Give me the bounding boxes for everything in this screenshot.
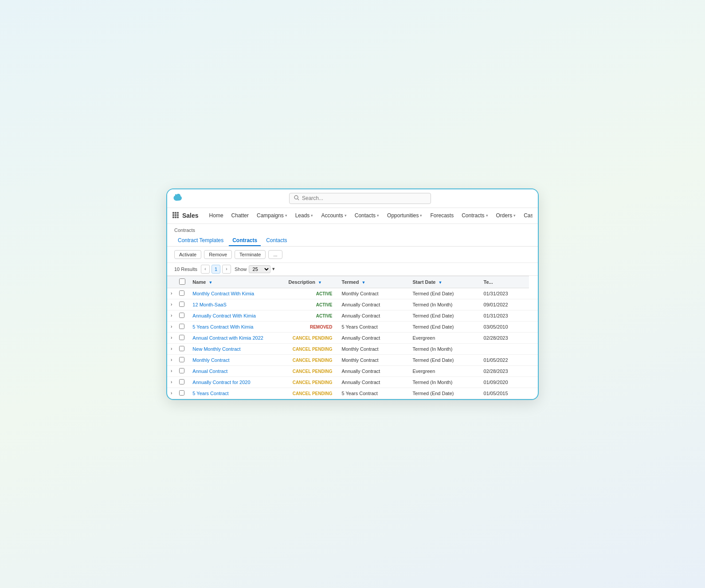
contract-name-link[interactable]: 12 Month-SaaS bbox=[192, 302, 226, 307]
svg-rect-5 bbox=[172, 214, 174, 216]
checkbox-header bbox=[176, 276, 189, 288]
row-expand-button[interactable]: › bbox=[167, 299, 176, 310]
extra-cell bbox=[529, 354, 538, 365]
description-cell: Annually Contract bbox=[338, 310, 409, 321]
accounts-chevron-icon: ▾ bbox=[345, 213, 347, 218]
orders-chevron-icon: ▾ bbox=[513, 213, 516, 218]
description-filter-icon[interactable]: ▼ bbox=[318, 280, 322, 285]
row-checkbox[interactable] bbox=[179, 368, 184, 373]
activate-button[interactable]: Activate bbox=[174, 250, 201, 259]
terminate-button[interactable]: Terminate bbox=[235, 250, 266, 259]
prev-page-button[interactable]: ‹ bbox=[201, 265, 210, 274]
row-checkbox[interactable] bbox=[179, 290, 184, 296]
table-container: Name ▼ Description ▼ Termed ▼ Start Date… bbox=[167, 276, 538, 399]
row-checkbox[interactable] bbox=[179, 324, 184, 329]
nav-opportunities[interactable]: Opportunities▾ bbox=[384, 208, 426, 223]
row-expand-button[interactable]: › bbox=[167, 388, 176, 399]
table-row: › Monthly Contract With Kimia ACTIVE Mon… bbox=[167, 288, 538, 299]
termed-filter-icon[interactable]: ▼ bbox=[361, 280, 365, 285]
contract-name-link[interactable]: Annual Contract bbox=[192, 368, 227, 374]
row-expand-button[interactable]: › bbox=[167, 343, 176, 354]
extra-cell bbox=[529, 288, 538, 299]
status-cell: CANCEL PENDING bbox=[285, 332, 338, 343]
table-row: › New Monthly Contract CANCEL PENDING Mo… bbox=[167, 343, 538, 354]
contract-name-cell: 5 Years Contract With Kimia bbox=[189, 321, 285, 332]
row-checkbox-cell bbox=[176, 288, 189, 299]
description-cell: Annually Contract bbox=[338, 299, 409, 310]
app-grid-icon[interactable] bbox=[172, 212, 179, 220]
status-badge: CANCEL PENDING bbox=[290, 346, 335, 353]
status-badge: ACTIVE bbox=[314, 290, 335, 297]
more-actions-button[interactable]: ... bbox=[268, 250, 282, 259]
svg-rect-2 bbox=[172, 212, 174, 214]
row-expand-button[interactable]: › bbox=[167, 288, 176, 299]
search-input[interactable] bbox=[302, 195, 426, 201]
table-row: › 5 Years Contract With Kimia REMOVED 5 … bbox=[167, 321, 538, 332]
start-date-filter-icon[interactable]: ▼ bbox=[439, 280, 443, 285]
nav-cases[interactable]: Cases▾ bbox=[520, 208, 533, 223]
contract-name-link[interactable]: 5 Years Contract bbox=[192, 391, 228, 396]
contract-name-link[interactable]: Annual Contract with Kimia 2022 bbox=[192, 335, 263, 341]
row-checkbox[interactable] bbox=[179, 302, 184, 307]
nav-accounts[interactable]: Accounts▾ bbox=[317, 208, 350, 223]
row-expand-button[interactable]: › bbox=[167, 321, 176, 332]
table-row: › Annually Contract With Kimia ACTIVE An… bbox=[167, 310, 538, 321]
nav-contacts[interactable]: Contacts▾ bbox=[351, 208, 383, 223]
col-header-start-date: Start Date ▼ bbox=[409, 276, 480, 288]
status-badge: CANCEL PENDING bbox=[290, 335, 335, 341]
row-checkbox-cell bbox=[176, 343, 189, 354]
contract-name-link[interactable]: New Monthly Contract bbox=[192, 346, 240, 352]
contract-name-link[interactable]: Annually Contract for 2020 bbox=[192, 380, 250, 385]
remove-button[interactable]: Remove bbox=[204, 250, 232, 259]
nav-orders[interactable]: Orders▾ bbox=[493, 208, 520, 223]
row-expand-button[interactable]: › bbox=[167, 376, 176, 388]
row-checkbox[interactable] bbox=[179, 313, 184, 318]
tab-contract-templates[interactable]: Contract Templates bbox=[174, 235, 227, 246]
status-cell: CANCEL PENDING bbox=[285, 376, 338, 388]
contract-name-link[interactable]: Monthly Contract With Kimia bbox=[192, 291, 254, 296]
nav-home[interactable]: Home bbox=[206, 208, 227, 223]
extra-cell bbox=[529, 376, 538, 388]
contract-name-link[interactable]: Monthly Contract bbox=[192, 357, 229, 363]
termed-cell: Termed (In Month) bbox=[409, 299, 480, 310]
app-name: Sales bbox=[182, 212, 199, 219]
row-expand-button[interactable]: › bbox=[167, 332, 176, 343]
main-window: Sales Home Chatter Campaigns▾ Leads▾ Acc… bbox=[166, 188, 539, 400]
row-checkbox-cell bbox=[176, 365, 189, 376]
svg-rect-10 bbox=[177, 216, 179, 218]
row-checkbox[interactable] bbox=[179, 357, 184, 362]
leads-chevron-icon: ▾ bbox=[311, 213, 313, 218]
search-box[interactable] bbox=[289, 193, 431, 204]
table-row: › Annually Contract for 2020 CANCEL PEND… bbox=[167, 376, 538, 388]
contract-name-link[interactable]: 5 Years Contract With Kimia bbox=[192, 324, 253, 329]
row-checkbox[interactable] bbox=[179, 379, 184, 384]
nav-chatter[interactable]: Chatter bbox=[228, 208, 252, 223]
show-count-dropdown[interactable]: 25 50 100 bbox=[249, 265, 270, 273]
nav-forecasts[interactable]: Forecasts bbox=[427, 208, 457, 223]
nav-contracts[interactable]: Contracts▾ bbox=[458, 208, 491, 223]
row-expand-button[interactable]: › bbox=[167, 354, 176, 365]
next-page-button[interactable]: › bbox=[222, 265, 231, 274]
start-date-cell: 01/09/2020 bbox=[480, 376, 529, 388]
extra-cell bbox=[529, 332, 538, 343]
col-header-termed: Termed ▼ bbox=[338, 276, 409, 288]
nav-campaigns[interactable]: Campaigns▾ bbox=[253, 208, 291, 223]
extra-cell bbox=[529, 299, 538, 310]
tab-contacts[interactable]: Contacts bbox=[262, 235, 290, 246]
row-checkbox[interactable] bbox=[179, 335, 184, 340]
extra-cell bbox=[529, 310, 538, 321]
name-filter-icon[interactable]: ▼ bbox=[208, 280, 212, 285]
termed-cell: Termed (End Date) bbox=[409, 310, 480, 321]
row-checkbox[interactable] bbox=[179, 346, 184, 351]
nav-leads[interactable]: Leads▾ bbox=[292, 208, 317, 223]
status-cell: REMOVED bbox=[285, 321, 338, 332]
row-expand-button[interactable]: › bbox=[167, 310, 176, 321]
status-cell: ACTIVE bbox=[285, 310, 338, 321]
row-expand-button[interactable]: › bbox=[167, 365, 176, 376]
tab-contracts[interactable]: Contracts bbox=[229, 235, 261, 246]
select-all-checkbox[interactable] bbox=[179, 278, 185, 285]
termed-cell: Termed (End Date) bbox=[409, 288, 480, 299]
row-checkbox[interactable] bbox=[179, 390, 184, 396]
svg-rect-9 bbox=[175, 216, 176, 218]
contract-name-link[interactable]: Annually Contract With Kimia bbox=[192, 313, 255, 318]
